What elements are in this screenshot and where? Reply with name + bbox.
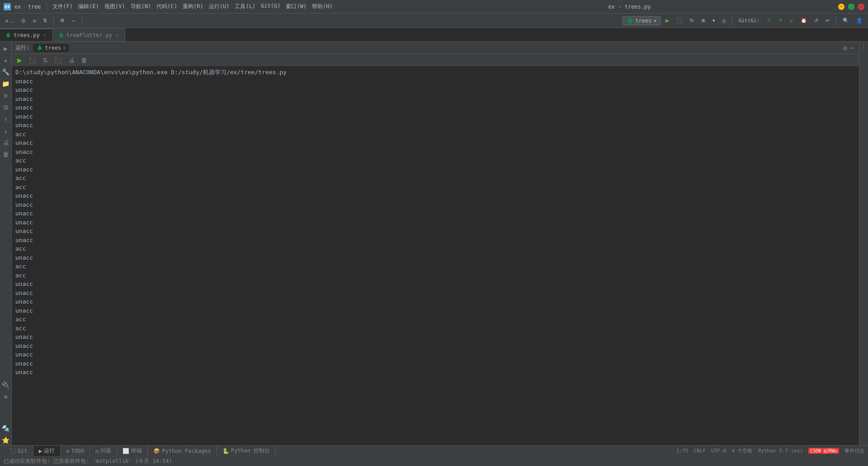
menu-window[interactable]: 窗口(W) (286, 3, 307, 10)
run-panel: 运行: 🌲 trees ✕ ⚙ ─ ▶ ⬛ ⇅ ⬛ 🖨 🗑 D:\study\p… (12, 42, 859, 445)
title-bar-left: ex ex › tree 文件(F) 编辑(E) 视图(V) 导航(N) 代码(… (4, 2, 421, 11)
sidebar-icon-plugin2[interactable]: ⊕ (1, 392, 11, 402)
sidebar-icon-layers[interactable]: ⧉ (1, 102, 11, 112)
terminal-line: unacc (15, 227, 855, 236)
status-language: Python 3.7 (ex) (758, 448, 802, 454)
status-tab-git[interactable]: ⬛ Git (4, 446, 33, 456)
run-toolbar-delete[interactable]: 🗑 (79, 56, 89, 65)
more-run-button[interactable]: ▾ (710, 17, 718, 24)
run-toolbar-run[interactable]: ▶ (15, 56, 24, 65)
project-view-button[interactable]: ≡ ... (3, 17, 17, 24)
status-tab-python-console[interactable]: 🐍 Python 控制台 (217, 446, 276, 456)
profile-button[interactable]: 👤 (854, 17, 865, 24)
git-history-button[interactable]: ⏰ (798, 17, 810, 24)
terminal-line: unacc (15, 368, 855, 377)
menu-view[interactable]: 视图(V) (104, 3, 125, 10)
python-console-label: Python 控制台 (231, 447, 270, 455)
terminal-line: acc (15, 130, 855, 139)
run-toolbar-print[interactable]: 🖨 (66, 56, 76, 65)
status-bar: ⬛ Git ▶ 运行 ≡ TODO ◎ 问题 ⬜ 终端 📦 Python Pac… (0, 445, 868, 456)
status-tab-problems[interactable]: ◎ 问题 (90, 446, 117, 456)
menu-navigate[interactable]: 导航(N) (131, 3, 151, 10)
minimize-button[interactable]: ─ (838, 4, 844, 10)
problems-tab-label: 问题 (100, 447, 111, 455)
terminal-line: acc (15, 262, 855, 271)
tab-trees-py-close[interactable]: ✕ (42, 32, 47, 38)
sidebar-icon-plugin1[interactable]: 🔌 (1, 380, 11, 390)
rebuild-button[interactable]: ↻ (687, 17, 697, 24)
status-tab-run[interactable]: ▶ 运行 (33, 446, 61, 456)
maximize-button[interactable]: □ (848, 4, 854, 10)
sidebar-icon-star[interactable]: ⭐ (1, 435, 11, 445)
git-pull-button[interactable]: ↙ (787, 17, 796, 24)
left-sidebar: ▶ ★ 🔧 📁 ≡ ⧉ ↑ ↓ 🖨 🗑 🔌 ⊕ 🔩 ⭐ (0, 42, 12, 445)
menu-code[interactable]: 代码(C) (156, 3, 177, 10)
run-tab-trees[interactable]: 🌲 trees ✕ (33, 44, 69, 52)
status-event-log[interactable]: 事件日志 (844, 447, 864, 454)
run-toolbar-sort[interactable]: ⇅ (41, 56, 50, 65)
git-rollback-button[interactable]: ↩ (823, 17, 832, 24)
window-title: ex - trees.py (421, 4, 838, 10)
tab-trees-py[interactable]: 🌲 trees.py ✕ (0, 29, 53, 41)
run-toolbar: ▶ ⬛ ⇅ ⬛ 🖨 🗑 (12, 54, 859, 66)
run-toolbar-pause[interactable]: ⬛ (52, 56, 64, 65)
tab-tree-plotter-close[interactable]: ✕ (115, 32, 119, 38)
run-panel-collapse[interactable]: ─ (850, 43, 855, 52)
separator-2 (82, 16, 82, 25)
run-config-name: trees (635, 18, 651, 24)
structure-button[interactable]: ≡ (30, 17, 38, 24)
sidebar-icon-structure[interactable]: ≡ (1, 90, 11, 100)
sidebar-icon-delete[interactable]: 🗑 (1, 149, 11, 159)
terminal-line: unacc (15, 165, 855, 174)
run-panel-settings[interactable]: ⚙ (842, 43, 848, 52)
breadcrumb: ex › tree (14, 4, 41, 10)
run-toolbar-stop[interactable]: ⬛ (27, 56, 38, 65)
run-button[interactable]: ▶ (663, 17, 672, 24)
add-config-button[interactable]: ⊕ (698, 17, 708, 24)
window-controls: ─ □ ✕ (838, 4, 864, 10)
run-tab-close[interactable]: ✕ (63, 45, 66, 50)
main-toolbar: ≡ ... ◎ ≡ ⇅ ⚙ ─ 🌲 trees ▾ ▶ ⬛ ↻ ⊕ ▾ ⎙ Gi… (0, 14, 868, 28)
sidebar-icon-down[interactable]: ↓ (1, 126, 11, 136)
status-message-bar: 已成功安装软件包: 已安装软件包: 'matplotlib' (今天 14:54… (0, 456, 868, 466)
menu-git[interactable]: Git(G) (261, 3, 280, 10)
collapse-button[interactable]: ─ (69, 17, 78, 24)
status-tab-todo[interactable]: ≡ TODO (61, 446, 90, 456)
sort-button[interactable]: ⇅ (40, 17, 50, 24)
right-icon-1[interactable]: │ (860, 43, 868, 51)
close-button[interactable]: ✕ (858, 4, 864, 10)
sidebar-icon-nav[interactable]: 📁 (1, 79, 11, 89)
menu-edit[interactable]: 编辑(E) (78, 3, 99, 10)
git-revert-button[interactable]: ↺ (811, 17, 821, 24)
status-line-ending: CRLF (694, 448, 706, 454)
settings-button[interactable]: ⚙ (57, 17, 67, 24)
sidebar-icon-wrench[interactable]: 🔧 (1, 67, 11, 77)
git-push-button[interactable]: ↗ (775, 17, 785, 24)
menu-run[interactable]: 运行(U) (209, 3, 230, 10)
todo-tab-label: TODO (71, 448, 84, 454)
terminal-line: acc (15, 324, 855, 333)
python-packages-label: Python Packages (162, 448, 211, 454)
git-tab-icon: ⬛ (9, 448, 16, 454)
sidebar-icon-up[interactable]: ↑ (1, 114, 11, 124)
print-button[interactable]: ⎙ (720, 17, 728, 24)
menu-tools[interactable]: 工具(L) (235, 3, 255, 10)
sidebar-icon-bookmark[interactable]: ★ (1, 55, 11, 65)
terminal-output[interactable]: D:\study\python\ANACONDA\envs\ex\python.… (12, 66, 859, 445)
tab-tree-plotter-py[interactable]: 🌲 treePlotter.py ✕ (53, 29, 125, 41)
run-config-selector[interactable]: 🌲 trees ▾ (623, 16, 660, 25)
status-right: 1:75 CRLF UTF-8 4 个空格 Python 3.7 (ex) CS… (676, 447, 864, 454)
menu-file[interactable]: 文件(F) (52, 3, 73, 10)
terminal-line: unacc (15, 350, 855, 359)
bookmark-button[interactable]: ◎ (19, 17, 28, 24)
status-tab-terminal[interactable]: ⬜ 终端 (117, 446, 148, 456)
sidebar-icon-print[interactable]: 🖨 (1, 138, 11, 147)
menu-refactor[interactable]: 重构(R) (183, 3, 203, 10)
sidebar-icon-plugin3[interactable]: 🔩 (1, 423, 11, 433)
sidebar-icon-run[interactable]: ▶ (1, 43, 11, 53)
menu-help[interactable]: 帮助(H) (312, 3, 333, 10)
search-button[interactable]: 🔍 (840, 17, 852, 24)
stop-button[interactable]: ⬛ (674, 17, 685, 24)
git-commit-button[interactable]: ✓ (764, 17, 774, 24)
status-tab-python-packages[interactable]: 📦 Python Packages (148, 446, 217, 456)
